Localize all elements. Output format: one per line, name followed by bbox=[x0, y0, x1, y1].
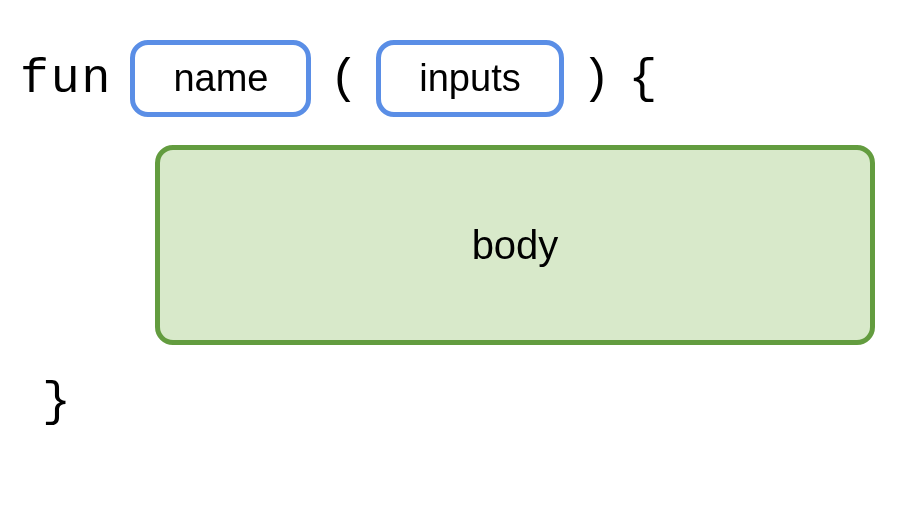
function-syntax-diagram: fun name ( inputs ) { body } bbox=[0, 0, 914, 469]
close-brace: } bbox=[42, 375, 71, 429]
close-brace-row: } bbox=[20, 375, 894, 429]
open-brace: { bbox=[629, 52, 658, 106]
function-body-row: body bbox=[20, 145, 894, 345]
fun-keyword: fun bbox=[20, 52, 112, 106]
name-placeholder-box: name bbox=[130, 40, 311, 117]
body-placeholder-box: body bbox=[155, 145, 875, 345]
close-paren: ) bbox=[582, 52, 611, 106]
open-paren: ( bbox=[329, 52, 358, 106]
inputs-placeholder-box: inputs bbox=[376, 40, 563, 117]
function-signature-row: fun name ( inputs ) { bbox=[20, 40, 894, 117]
